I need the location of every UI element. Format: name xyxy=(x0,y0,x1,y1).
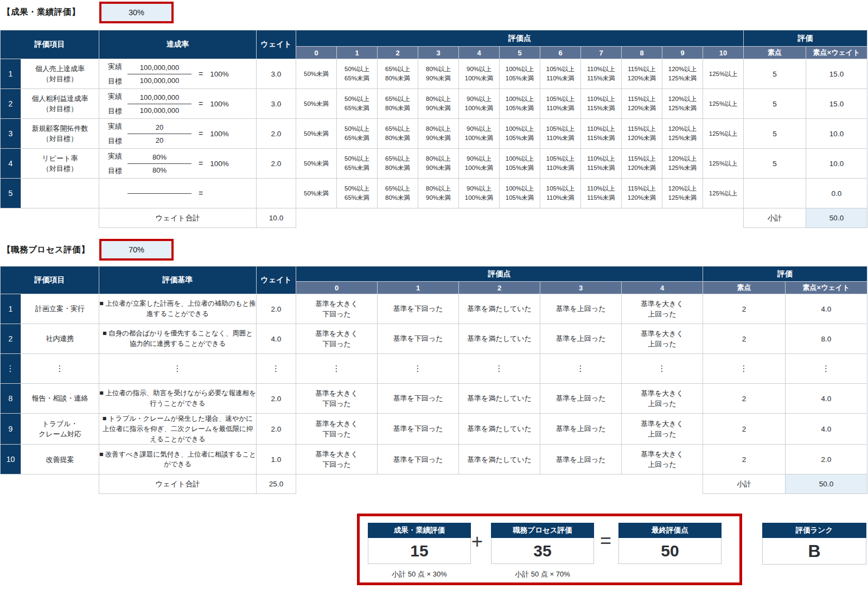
target-value: 20 xyxy=(127,134,192,144)
fraction-labels: 実績目標 xyxy=(108,62,127,86)
raw-score: 5 xyxy=(744,89,806,119)
scale-cell: 110%以上 115%未満 xyxy=(581,119,622,149)
process-weight-input[interactable]: 70% xyxy=(99,239,174,261)
point-col-3: 3 xyxy=(418,47,459,59)
scale-cell: 105%以上 110%未満 xyxy=(540,119,581,149)
scale-cell: 90%以上 100%未満 xyxy=(459,59,500,89)
scale-cell: 基準を大きく 上回った xyxy=(622,414,703,445)
results-score-label: 成果・業績評価 xyxy=(368,523,471,538)
equals-sign: = xyxy=(199,189,203,198)
scale-cell: 120%以上 125%未満 xyxy=(662,119,703,149)
scale-cell: 50%未満 xyxy=(296,179,337,208)
results-evaluation-table: 評価項目 達成率 ウェイト 評価点 評価 0 1 2 3 4 5 6 7 8 9… xyxy=(0,30,867,228)
scale-cell: 110%以上 115%未満 xyxy=(581,179,622,208)
scale-cell: 120%以上 125%未満 xyxy=(662,89,703,119)
weight-value: 4.0 xyxy=(257,324,296,354)
row-number: 10 xyxy=(1,445,21,474)
scale-cell: 100%以上 105%未満 xyxy=(500,59,540,89)
plus-sign: + xyxy=(471,530,483,553)
scale-cell: ⋮ xyxy=(459,354,540,384)
scale-cell: 50%以上 65%未満 xyxy=(337,149,378,179)
evaluation-criteria: ■ 上位者の指示、助言を受けながら必要な報連相を行うことができる xyxy=(99,384,257,414)
col-header-points: 評価点 xyxy=(296,267,703,282)
achievement-rate-cell: 実績目標2020=100% xyxy=(99,119,257,149)
col-header-raw-x-weight: 素点×ウェイト xyxy=(786,282,867,294)
weight-value: 2.0 xyxy=(257,119,296,149)
weight-value: 2.0 xyxy=(257,384,296,414)
scale-cell: 50%以上 65%未満 xyxy=(337,89,378,119)
weight-total-label: ウェイト合計 xyxy=(99,208,257,228)
col-header-raw-x-weight: 素点×ウェイト xyxy=(806,47,867,59)
fraction: 実績目標2020=100% xyxy=(108,122,256,146)
evaluation-item: 計画立案・実行 xyxy=(21,294,99,324)
weight-value: 2.0 xyxy=(257,414,296,445)
target-value: 100,000,000 xyxy=(127,74,192,85)
fraction: = xyxy=(108,183,256,204)
scale-cell: 基準を満たしていた xyxy=(459,294,540,324)
table-row: 5=50%未満50%以上 65%未満65%以上 80%未満80%以上 90%未満… xyxy=(1,179,867,208)
equals-sign: = xyxy=(199,159,203,168)
scale-cell: 基準を上回った xyxy=(540,294,622,324)
results-weight-input[interactable]: 30% xyxy=(99,2,174,23)
final-score-label: 最終評価点 xyxy=(618,523,722,538)
scale-cell: 110%以上 115%未満 xyxy=(581,59,622,89)
scale-cell: 基準を上回った xyxy=(540,445,622,474)
scale-cell: 115%以上 120%未満 xyxy=(622,179,662,208)
evaluation-criteria: ⋮ xyxy=(99,354,257,384)
scale-cell: 110%以上 115%未満 xyxy=(581,89,622,119)
rank-box: 評価ランク B xyxy=(762,523,866,565)
scale-cell: 100%以上 105%未満 xyxy=(500,89,540,119)
subtotal-label: 小計 xyxy=(744,208,806,228)
scale-cell: 基準を大きく 上回った xyxy=(622,445,703,474)
scale-cell: 100%以上 105%未満 xyxy=(500,179,540,208)
scale-cell: 基準を下回った xyxy=(378,445,459,474)
raw-score: ⋮ xyxy=(703,354,786,384)
rate-value: 100% xyxy=(210,100,229,108)
evaluation-item: 個人売上達成率 （対目標） xyxy=(21,59,99,89)
table-row: 3新規顧客開拓件数 （対目標）実績目標2020=100%2.050%未満50%以… xyxy=(1,119,867,149)
scale-cell: 基準を上回った xyxy=(540,324,622,354)
scale-cell: 50%未満 xyxy=(296,89,337,119)
point-col-0: 0 xyxy=(296,282,378,294)
target-value: 80% xyxy=(127,164,192,174)
scale-cell: 80%以上 90%未満 xyxy=(418,179,459,208)
scale-cell: 80%以上 90%未満 xyxy=(418,89,459,119)
actual-label: 実績 xyxy=(108,122,127,131)
scale-cell: ⋮ xyxy=(540,354,622,384)
final-score-summary: 成果・業績評価 15 + 職務プロセス評価 35 = 最終評価点 50 小計 5… xyxy=(357,514,742,585)
scale-cell: 65%以上 80%未満 xyxy=(378,149,418,179)
fraction-values: 100,000,000100,000,000 xyxy=(127,64,192,85)
point-col-7: 7 xyxy=(581,47,622,59)
weighted-score: 10.0 xyxy=(806,119,867,149)
scale-cell: 基準を満たしていた xyxy=(459,384,540,414)
weight-value: 2.0 xyxy=(257,149,296,179)
target-label: 目標 xyxy=(108,106,127,116)
scale-cell: 115%以上 120%未満 xyxy=(622,119,662,149)
scale-cell: 90%以上 100%未満 xyxy=(459,119,500,149)
point-col-10: 10 xyxy=(703,47,744,59)
fraction: 実績目標100,000,000100,000,000=100% xyxy=(108,92,256,116)
weighted-score: 15.0 xyxy=(806,89,867,119)
point-col-2: 2 xyxy=(378,47,418,59)
table-row: 2社内連携■ 自身の都合ばかりを優先することなく、周囲と協力的に連携することがで… xyxy=(1,324,867,354)
scale-cell: 120%以上 125%未満 xyxy=(662,179,703,208)
actual-value xyxy=(127,183,192,194)
final-score-box: 最終評価点 50 xyxy=(618,523,722,564)
scale-cell: 65%以上 80%未満 xyxy=(378,119,418,149)
scale-cell: 基準を大きく 下回った xyxy=(296,294,378,324)
scale-cell: 90%以上 100%未満 xyxy=(459,149,500,179)
scale-cell: ⋮ xyxy=(296,354,378,384)
raw-score: 5 xyxy=(744,119,806,149)
weight-value: ⋮ xyxy=(257,354,296,384)
equals-sign: = xyxy=(199,129,203,138)
fraction: 実績目標80%80%=100% xyxy=(108,151,256,176)
rate-value: 100% xyxy=(210,160,229,168)
weight-value: 3.0 xyxy=(257,59,296,89)
equals-sign: = xyxy=(199,99,203,108)
evaluation-item: トラブル・ クレーム対応 xyxy=(21,414,99,445)
table-header-row: 評価項目 評価基準 ウェイト 評価点 評価 xyxy=(1,267,867,282)
row-number: 2 xyxy=(1,89,21,119)
point-col-5: 5 xyxy=(500,47,540,59)
scale-cell: 65%以上 80%未満 xyxy=(378,89,418,119)
weighted-score: 4.0 xyxy=(786,384,867,414)
